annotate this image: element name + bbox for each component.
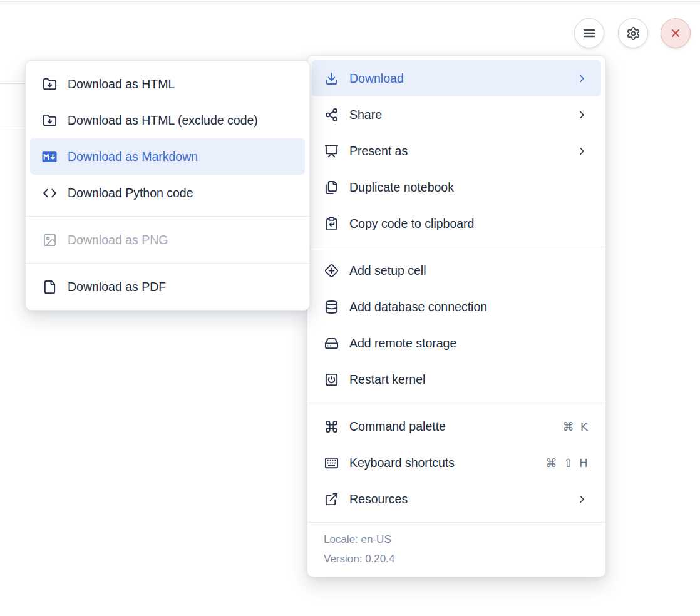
menu-item-label: Add remote storage (349, 336, 456, 351)
menu-item-add-remote-storage[interactable]: Add remote storage (312, 325, 601, 361)
menu-item-label: Download as HTML (68, 77, 175, 91)
menu-item-label: Present as (349, 144, 408, 158)
folder-down-icon (42, 76, 57, 91)
background-cell-border (0, 83, 25, 84)
power-square-icon (324, 372, 339, 387)
files-icon (324, 180, 339, 195)
key-letter: H (579, 456, 588, 470)
menu-divider (307, 403, 605, 403)
hard-drive-icon (324, 336, 339, 351)
code-icon (42, 185, 57, 200)
menu-item-label: Add database connection (349, 300, 487, 314)
chevron-right-icon (576, 73, 588, 85)
folder-down-icon (42, 113, 57, 128)
menu-item-label: Duplicate notebook (349, 180, 454, 195)
menu-item-label: Download Python code (68, 186, 193, 200)
menu-item-download-as-html[interactable]: Download as HTML (30, 66, 305, 102)
download-submenu: Download as HTML Download as HTML (exclu… (25, 60, 310, 311)
page-top-border (0, 1, 700, 2)
menu-item-label: Keyboard shortcuts (349, 456, 455, 470)
menu-divider (26, 263, 309, 264)
download-icon (324, 71, 339, 86)
menu-item-command-palette[interactable]: Command palette ⌘ K (312, 408, 601, 444)
menu-item-label: Copy code to clipboard (349, 217, 474, 231)
menu-item-label: Share (349, 108, 382, 122)
clipboard-copy-icon (324, 216, 339, 231)
menu-item-label: Resources (349, 492, 408, 506)
hamburger-icon (582, 26, 597, 41)
gear-icon (626, 26, 641, 41)
menu-item-label: Download as PNG (68, 233, 168, 247)
share-icon (324, 107, 339, 122)
keyboard-icon (324, 455, 339, 470)
menu-item-label: Add setup cell (349, 264, 426, 278)
shortcut-keys: ⌘ K (562, 420, 588, 433)
menu-item-resources[interactable]: Resources (312, 481, 601, 517)
menu-item-label: Download (349, 71, 404, 86)
file-icon (42, 279, 57, 294)
key-shift: ⇧ (564, 456, 574, 470)
menu-item-keyboard-shortcuts[interactable]: Keyboard shortcuts ⌘ ⇧ H (312, 444, 601, 481)
shortcut-keys: ⌘ ⇧ H (545, 456, 588, 470)
menu-divider (26, 216, 309, 217)
version-text: Version: 0.20.4 (324, 549, 589, 568)
menu-item-download-as-markdown[interactable]: Download as Markdown (30, 138, 305, 175)
image-icon (42, 232, 57, 247)
key-letter: K (580, 420, 588, 433)
menu-item-present-as[interactable]: Present as (312, 133, 601, 169)
menu-item-share[interactable]: Share (312, 96, 601, 133)
notebook-menu-button[interactable] (574, 18, 604, 48)
menu-item-download-as-png: Download as PNG (30, 222, 305, 258)
menu-item-label: Download as Markdown (68, 150, 198, 164)
command-icon (324, 419, 339, 434)
menu-item-download-as-html-exclude-code[interactable]: Download as HTML (exclude code) (30, 102, 305, 138)
settings-button[interactable] (618, 18, 648, 48)
menu-item-copy-code-to-clipboard[interactable]: Copy code to clipboard (312, 205, 601, 242)
menu-item-label: Download as PDF (68, 280, 166, 294)
presentation-icon (324, 143, 339, 158)
notebook-menu: Download Share Present as Duplicate note… (307, 55, 606, 577)
menu-item-download-python-code[interactable]: Download Python code (30, 175, 305, 211)
markdown-icon (42, 149, 57, 164)
menu-item-label: Restart kernel (349, 372, 425, 387)
menu-item-label: Command palette (349, 419, 446, 434)
chevron-right-icon (576, 145, 588, 157)
key-command: ⌘ (545, 456, 557, 470)
background-cell-border (0, 126, 25, 126)
diamond-plus-icon (324, 263, 339, 278)
locale-text: Locale: en-US (324, 530, 589, 549)
shutdown-button[interactable] (661, 18, 691, 48)
database-icon (324, 299, 339, 314)
external-link-icon (324, 491, 339, 506)
menu-item-label: Download as HTML (exclude code) (68, 113, 258, 128)
menu-item-download-as-pdf[interactable]: Download as PDF (30, 269, 305, 305)
key-command: ⌘ (562, 420, 574, 433)
menu-item-download[interactable]: Download (312, 60, 601, 96)
menu-item-duplicate-notebook[interactable]: Duplicate notebook (312, 169, 601, 205)
close-icon (669, 26, 682, 40)
menu-divider (307, 247, 605, 247)
chevron-right-icon (576, 493, 588, 505)
menu-footer: Locale: en-US Version: 0.20.4 (307, 522, 605, 577)
menu-item-add-setup-cell[interactable]: Add setup cell (312, 252, 601, 289)
menu-item-restart-kernel[interactable]: Restart kernel (312, 361, 601, 398)
menu-item-add-database-connection[interactable]: Add database connection (312, 289, 601, 325)
chevron-right-icon (576, 109, 588, 121)
